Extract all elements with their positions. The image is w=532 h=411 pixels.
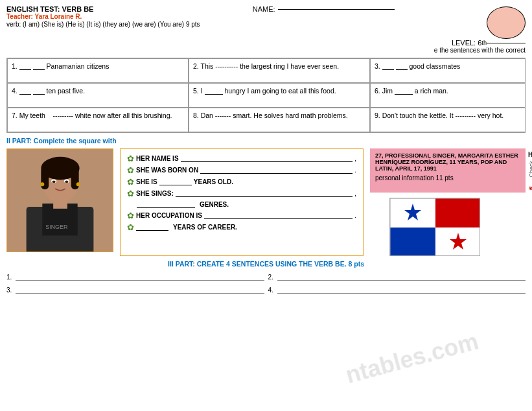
- info-row: 27, PROFESSIONAL SINGER, MARGARITA ESTHE…: [370, 148, 532, 193]
- form-box: ✿ HER NAME IS , ✿ SHE WAS BORN ON . ✿ SH…: [120, 148, 364, 256]
- blank-4a[interactable]: [19, 88, 31, 95]
- cell-8-num: 8. Dan ------- smart. He solves hard mat…: [193, 112, 348, 119]
- blank-6[interactable]: [395, 88, 413, 95]
- fill-4b[interactable]: [137, 201, 195, 208]
- cell-9-text: 9. Don't touch the kettle. It --------- …: [375, 112, 503, 119]
- her-label-col: HER Check ↙: [528, 148, 532, 193]
- teacher-name: Yara Loraine R.: [35, 13, 82, 20]
- part2: II PART: Complete the square with: [6, 137, 526, 256]
- cell-6-text: a rich man.: [415, 87, 448, 95]
- blank-1a[interactable]: [19, 64, 31, 70]
- form-genres: GENRES.: [200, 201, 229, 208]
- watermark: ntables.com: [343, 328, 481, 390]
- part2-header: II PART: Complete the square with: [6, 137, 526, 145]
- cell-9: 9. Don't touch the kettle. It --------- …: [370, 108, 526, 132]
- personal-pts: personal information 11 pts: [375, 174, 520, 182]
- part3-lines: 1. 2. 3. 4.: [6, 272, 526, 294]
- cell-8: 8. Dan ------- smart. He solves hard mat…: [189, 108, 370, 132]
- part3-num-1: 1.: [6, 274, 12, 281]
- right-col: 27, PROFESSIONAL SINGER, MARGARITA ESTHE…: [370, 148, 526, 256]
- info-box-text: 27, PROFESSIONAL SINGER, MARGARITA ESTHE…: [375, 152, 520, 172]
- blank-5[interactable]: [205, 88, 223, 95]
- teacher-label: Teacher:: [6, 13, 33, 20]
- part3: III PART: CREATE 4 SENTENCES USING THE V…: [6, 260, 526, 294]
- singer-svg: SINGER: [7, 148, 113, 252]
- cell-5: 5. I hungry I am going to eat all this f…: [189, 83, 370, 108]
- test-title: ENGLISH TEST: VERB BE: [6, 5, 200, 13]
- cell-5-num: 5.: [193, 87, 201, 95]
- header-left: ENGLISH TEST: VERB BE Teacher: Yara Lora…: [6, 5, 200, 28]
- cell-7: 7. My teeth --------- white now after al…: [7, 108, 189, 132]
- level-line: LEVEL: 6th: [452, 39, 526, 47]
- teacher-line: Teacher: Yara Loraine R.: [6, 13, 200, 20]
- header: ENGLISH TEST: VERB BE Teacher: Yara Lora…: [6, 5, 526, 56]
- fill-1[interactable]: [181, 155, 353, 162]
- check-indicator: Check: [528, 161, 532, 178]
- fill-2[interactable]: [200, 167, 353, 174]
- cell-4-num: 4.: [12, 87, 19, 95]
- svg-point-13: [76, 182, 80, 186]
- blank-1b[interactable]: [33, 64, 45, 70]
- svg-point-12: [40, 182, 44, 186]
- form-suffix-3: YEARS OLD.: [194, 178, 233, 185]
- part3-line-2[interactable]: [277, 272, 526, 281]
- form-label-2: SHE WAS BORN ON: [136, 167, 198, 174]
- cell-4-text: ten past five.: [47, 87, 86, 95]
- bullet-3: ✿: [127, 178, 134, 186]
- name-field[interactable]: [278, 9, 395, 10]
- instruction-line: e the sentences with the correct: [434, 47, 526, 54]
- name-label: NAME:: [253, 5, 275, 13]
- cell-1: 1. Panamanian citizens: [7, 58, 189, 83]
- cell-2: 2. This ---------- the largest ring I ha…: [189, 58, 370, 83]
- arrow-down: ↙: [528, 180, 532, 193]
- bullet-1: ✿: [127, 154, 134, 163]
- form-line-4b: GENRES.: [127, 201, 356, 208]
- bullet-5: ✿: [127, 211, 134, 220]
- level-label: LEVEL: 6: [452, 39, 481, 47]
- part3-row-2: 3. 4.: [6, 285, 526, 294]
- form-label-4: SHE SINGS:: [136, 190, 174, 197]
- fill-4a[interactable]: [176, 190, 353, 197]
- cell-3: 3. good classmates: [370, 58, 526, 83]
- bullet-2: ✿: [127, 166, 134, 174]
- part3-header: III PART: CREATE 4 SENTENCES USING THE V…: [6, 260, 526, 268]
- part3-line-3[interactable]: [16, 285, 264, 294]
- her-label: HER: [528, 151, 532, 158]
- form-line-2: ✿ SHE WAS BORN ON .: [127, 166, 356, 174]
- cell-5-text2: hungry I am going to eat all this food.: [224, 87, 336, 95]
- info-box: 27, PROFESSIONAL SINGER, MARGARITA ESTHE…: [370, 148, 526, 193]
- fill-5[interactable]: [204, 212, 353, 219]
- cell-4: 4. ten past five.: [7, 83, 189, 108]
- part3-line-1[interactable]: [16, 272, 264, 281]
- part3-line-4[interactable]: [277, 285, 526, 294]
- cell-6-num: 6. Jim: [375, 87, 395, 95]
- cell-3-num: 3.: [375, 62, 382, 70]
- cell-3-text: good classmates: [410, 62, 461, 70]
- part3-num-3: 3.: [6, 287, 12, 294]
- bullet-6: ✿: [127, 223, 134, 231]
- level-sup: th: [481, 40, 487, 46]
- form-line-3: ✿ SHE IS YEARS OLD.: [127, 178, 356, 186]
- blank-4b[interactable]: [33, 88, 45, 95]
- fill-3[interactable]: [159, 178, 192, 185]
- cell-2-num: 2.: [193, 62, 199, 70]
- part3-num-2: 2.: [268, 274, 273, 281]
- svg-rect-16: [435, 198, 480, 228]
- part3-row-1: 1. 2.: [6, 272, 526, 281]
- cell-2-text: This ---------- the largest ring I have …: [201, 62, 340, 70]
- header-center: NAME:: [200, 5, 434, 13]
- svg-text:SINGER: SINGER: [45, 224, 67, 230]
- cell-7-num: 7. My teeth --------- white now after al…: [12, 112, 172, 119]
- form-career: YEARS OF CAREER.: [173, 224, 237, 231]
- blank-3b[interactable]: [396, 64, 408, 70]
- part2-body: SINGER ✿ HER NAME IS , ✿ SHE WAS BORN ON…: [6, 148, 526, 256]
- blank-3a[interactable]: [382, 64, 394, 70]
- fill-6[interactable]: [136, 224, 168, 231]
- panama-flag: [389, 198, 480, 256]
- form-line-5: ✿ HER OCCUPATION IS .: [127, 211, 356, 220]
- part1-grid: 1. Panamanian citizens 2. This ---------…: [6, 58, 526, 133]
- cell-6: 6. Jim a rich man.: [370, 83, 526, 108]
- form-line-1: ✿ HER NAME IS ,: [127, 154, 356, 163]
- svg-point-10: [52, 180, 56, 183]
- level-field[interactable]: [487, 43, 526, 43]
